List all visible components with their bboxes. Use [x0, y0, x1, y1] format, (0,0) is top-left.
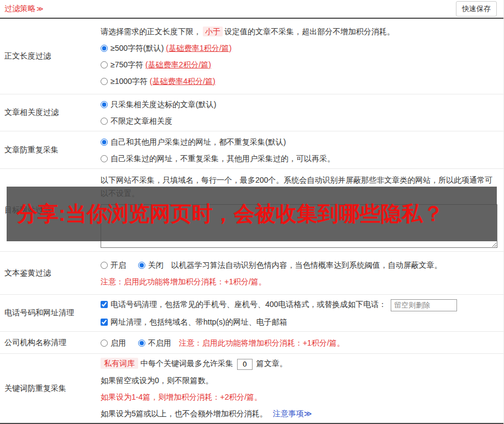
relevance-option-strict[interactable]: 只采集相关度达标的文章(默认): [101, 96, 497, 113]
company-option-enable[interactable]: 启用: [101, 338, 128, 347]
option-text: 网址清理，包括纯域名、带http(s)的网址、电子邮箱: [111, 317, 287, 326]
option-text: ≥500字符(默认): [111, 44, 166, 52]
company-clean-options: 启用 不启用 注意：启用此功能将增加积分消耗：+1积分/篇。: [101, 335, 497, 351]
phone-clean-line: 电话号码清理，包括常见的手机号、座机号、400电话格式，或替换成如下电话：: [101, 296, 497, 313]
url-clean-checkbox[interactable]: [101, 319, 108, 326]
company-option-disable[interactable]: 不启用: [138, 338, 174, 347]
option-text: 自己和其他用户采集过的网址，都不重复采集(默认): [111, 137, 286, 146]
limit-text-mid: 中每个关键词最多允许采集: [138, 359, 233, 368]
row-keyword-dedup: 关键词防重复采集 私有词库 中每个关键词最多允许采集 篇文章。 如果留空或设为0…: [0, 354, 503, 424]
replacement-phone-input[interactable]: [391, 299, 457, 311]
dedup-option-global[interactable]: 自己和其他用户采集过的网址，都不重复采集(默认): [101, 134, 497, 150]
length-radio-500[interactable]: [101, 45, 108, 52]
length-radio-1000[interactable]: [101, 78, 108, 85]
company-clean-label: 公司机构名称清理: [0, 332, 101, 353]
dedup-radio-global[interactable]: [101, 139, 108, 146]
length-filter-intro: 请选择需求的正文长度下限，小于设定值的文章不采集，超出部分不增加积分消耗。: [101, 23, 497, 40]
option-fee-note: (基础费率4积分/篇): [150, 77, 216, 86]
relevance-filter-label: 文章相关度过滤: [0, 94, 101, 131]
notice-link[interactable]: 注意事项≫: [273, 409, 312, 418]
keyword-limit-line: 私有词库 中每个关键词最多允许采集 篇文章。: [101, 355, 497, 372]
option-text: 不启用: [148, 338, 171, 347]
option-text: 不限定文章相关度: [111, 116, 172, 125]
porn-filter-description: 以机器学习算法自动识别色情内容，当色情概率达到系统阈值，自动屏蔽文章。: [171, 261, 442, 269]
porn-option-off[interactable]: 关闭: [138, 261, 166, 269]
option-text: 电话号码清理，包括常见的手机号、座机号、400电话格式，或替换成如下电话：: [111, 300, 386, 309]
row-relevance-filter: 文章相关度过滤 只采集相关度达标的文章(默认) 不限定文章相关度: [0, 94, 503, 131]
row-company-clean: 公司机构名称清理 启用 不启用 注意：启用此功能将增加积分消耗：+1积分/篇。: [0, 332, 503, 354]
company-clean-fee-note: 注意：启用此功能将增加积分消耗：+1积分/篇。: [179, 338, 345, 347]
url-clean-option[interactable]: 网址清理，包括纯域名、带http(s)的网址、电子邮箱: [101, 314, 497, 330]
company-radio-enable[interactable]: [101, 340, 108, 347]
option-text: 只采集相关度达标的文章(默认): [111, 100, 216, 109]
relevance-option-any[interactable]: 不限定文章相关度: [101, 113, 497, 129]
page-title-text: 过滤策略: [4, 4, 35, 13]
option-text: ≥750字符: [111, 60, 145, 69]
length-radio-750[interactable]: [101, 61, 108, 68]
relevance-radio-any[interactable]: [101, 118, 108, 125]
keyword-note-zero: 如果留空或设为0，则不限篇数。: [101, 372, 497, 389]
intro-text-post: 设定值的文章不采集，超出部分不增加积分消耗。: [224, 27, 395, 36]
row-length-filter: 正文长度过滤 请选择需求的正文长度下限，小于设定值的文章不采集，超出部分不增加积…: [0, 19, 503, 94]
keyword-limit-input[interactable]: [237, 359, 253, 370]
page-title: 过滤策略≫: [4, 4, 44, 14]
row-phone-url-clean: 电话号码和网址清理 电话号码清理，包括常见的手机号、座机号、400电话格式，或替…: [0, 295, 503, 332]
option-text: 自己采集过的网址，不重复采集，其他用户采集过的，可以再采。: [111, 154, 335, 163]
keyword-note-five: 如果设为5篇或以上，也不会额外增加积分消耗。注意事项≫: [101, 405, 497, 422]
intro-highlight: 小于: [203, 26, 223, 36]
length-option-500[interactable]: ≥500字符(默认) (基础费率1积分/篇): [101, 40, 497, 56]
option-text: ≥1000字符: [111, 77, 150, 86]
porn-radio-off[interactable]: [138, 262, 145, 269]
relevance-radio-strict[interactable]: [101, 101, 108, 108]
limit-text-end: 篇文章。: [256, 359, 287, 368]
intro-text-pre: 请选择需求的正文长度下限，: [101, 27, 201, 36]
phone-clean-checkbox[interactable]: [101, 301, 108, 308]
dedup-option-self[interactable]: 自己采集过的网址，不重复采集，其他用户采集过的，可以再采。: [101, 150, 497, 167]
option-text: 开启: [111, 261, 126, 269]
option-text: 关闭: [148, 261, 164, 269]
length-option-1000[interactable]: ≥1000字符 (基础费率4积分/篇): [101, 73, 497, 89]
row-porn-filter: 文本鉴黄过滤 开启 关闭 以机器学习算法自动识别色情内容，当色情概率达到系统阈值…: [0, 252, 503, 295]
porn-filter-fee-note: 注意：启用此功能将增加积分消耗：+1积分/篇。: [101, 273, 497, 290]
phone-clean-option[interactable]: 电话号码清理，包括常见的手机号、座机号、400电话格式，或替换成如下电话：: [101, 300, 389, 309]
length-option-750[interactable]: ≥750字符 (基础费率2积分/篇): [101, 56, 497, 73]
porn-filter-options: 开启 关闭 以机器学习算法自动识别色情内容，当色情概率达到系统阈值，自动屏蔽文章…: [101, 257, 497, 273]
note-five-text: 如果设为5篇或以上，也不会额外增加积分消耗。: [101, 409, 267, 418]
page-header: 过滤策略≫ 快速保存: [0, 0, 503, 19]
option-fee-note: (基础费率2积分/篇): [145, 60, 211, 69]
phone-url-clean-label: 电话号码和网址清理: [0, 295, 101, 331]
porn-option-on[interactable]: 开启: [101, 261, 128, 269]
porn-radio-on[interactable]: [101, 262, 108, 269]
option-text: 启用: [111, 338, 126, 347]
option-fee-note: (基础费率1积分/篇): [166, 44, 232, 52]
share-overlay-text: 分享:当你浏览网页时，会被收集到哪些隐私？: [17, 200, 444, 228]
porn-filter-label: 文本鉴黄过滤: [0, 252, 101, 294]
private-lexicon-chip[interactable]: 私有词库: [101, 358, 138, 369]
company-radio-disable[interactable]: [138, 340, 145, 347]
keyword-note-fee: 如果设为1-4篇，则增加积分消耗：+2积分/篇。: [101, 389, 497, 405]
share-overlay-banner: 分享:当你浏览网页时，会被收集到哪些隐私？: [7, 187, 497, 241]
row-dedup-filter: 文章防重复采集 自己和其他用户采集过的网址，都不重复采集(默认) 自己采集过的网…: [0, 131, 503, 169]
dedup-filter-label: 文章防重复采集: [0, 131, 101, 168]
quick-save-button[interactable]: 快速保存: [456, 1, 497, 17]
dedup-radio-self[interactable]: [101, 155, 108, 162]
length-filter-label: 正文长度过滤: [0, 19, 101, 94]
keyword-dedup-label: 关键词防重复采集: [0, 354, 101, 423]
double-chevron-icon[interactable]: ≫: [36, 5, 44, 13]
